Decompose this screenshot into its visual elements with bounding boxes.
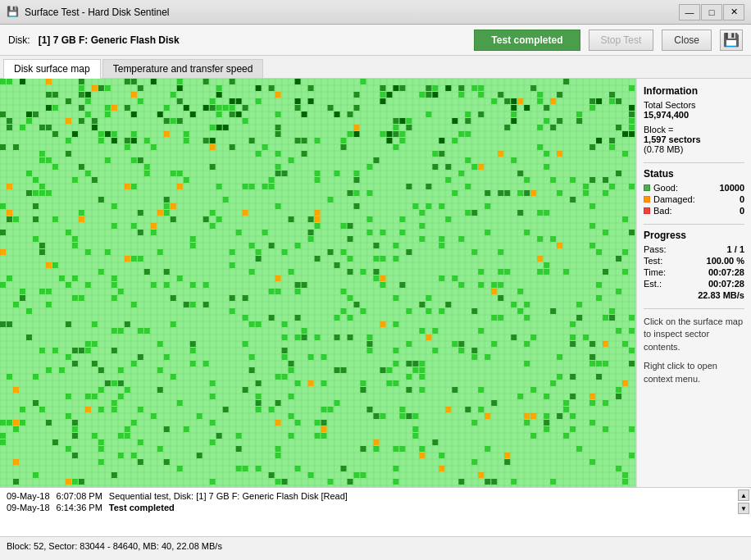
total-sectors-value: 15,974,400 xyxy=(644,110,744,120)
title-bar: 💾 Surface Test - Hard Disk Sentinel — □ … xyxy=(0,0,751,25)
bad-status-item: Bad: 0 xyxy=(644,206,744,216)
bad-label: Bad: xyxy=(653,206,740,216)
test-label: Test: xyxy=(644,256,662,266)
status-text: Block: 52, Sector: 83044 - 84640, MB: 40… xyxy=(7,541,222,551)
test-completed-button[interactable]: Test completed xyxy=(474,30,580,51)
log-area: 09-May-18 6:07:08 PM Sequential test, Di… xyxy=(0,487,751,536)
log-row-1: 09-May-18 6:07:08 PM Sequential test, Di… xyxy=(7,491,744,501)
est-value: 00:07:28 xyxy=(708,279,744,289)
window-title: Surface Test - Hard Disk Sentinel xyxy=(25,7,679,18)
log-time-1: 6:07:08 PM xyxy=(57,491,102,501)
bad-dot xyxy=(644,207,650,214)
log-message-2: Test completed xyxy=(109,503,175,512)
info-panel: Information Total Sectors 15,974,400 Blo… xyxy=(636,79,751,487)
progress-block: Progress Pass: 1 / 1 Test: 100.00 % Time… xyxy=(644,230,744,300)
stop-test-button[interactable]: Stop Test xyxy=(589,30,654,51)
tab-disk-surface-map[interactable]: Disk surface map xyxy=(3,59,101,79)
test-row: Test: 100.00 % xyxy=(644,256,744,266)
title-bar-buttons: — □ ✕ xyxy=(679,4,744,20)
good-dot xyxy=(644,184,650,191)
save-button[interactable]: 💾 xyxy=(720,30,743,51)
app-icon: 💾 xyxy=(7,6,20,19)
time-value: 00:07:28 xyxy=(708,267,744,277)
hint-context-menu: Right click to open context menu. xyxy=(644,360,744,385)
block-mb-value: (0.78 MB) xyxy=(644,144,744,154)
information-title: Information xyxy=(644,85,744,97)
log-date-2: 09-May-18 xyxy=(7,503,50,512)
progress-title: Progress xyxy=(644,230,744,241)
est-row: Est.: 00:07:28 xyxy=(644,279,744,289)
block-sectors-value: 1,597 sectors xyxy=(644,134,744,144)
window-close-button[interactable]: ✕ xyxy=(723,4,744,20)
pass-label: Pass: xyxy=(644,244,667,254)
surface-map[interactable] xyxy=(0,79,636,487)
disk-name: [1] 7 GB F: Generic Flash Disk xyxy=(39,34,180,46)
log-row-2: 09-May-18 6:14:36 PM Test completed xyxy=(7,503,744,512)
status-bar: Block: 52, Sector: 83044 - 84640, MB: 40… xyxy=(0,536,751,554)
good-count: 10000 xyxy=(719,183,744,193)
good-status-item: Good: 10000 xyxy=(644,183,744,193)
time-label: Time: xyxy=(644,267,666,277)
save-icon: 💾 xyxy=(723,32,740,48)
bad-count: 0 xyxy=(740,206,744,216)
tab-temperature-transfer[interactable]: Temperature and transfer speed xyxy=(102,59,264,78)
hint-inspect: Click on the surface map to inspect sect… xyxy=(644,316,744,353)
tab-bar: Disk surface map Temperature and transfe… xyxy=(0,56,751,79)
log-message-1: Sequential test, Disk: [1] 7 GB F: Gener… xyxy=(109,491,348,501)
main-area: Information Total Sectors 15,974,400 Blo… xyxy=(0,79,751,487)
log-time-2: 6:14:36 PM xyxy=(57,503,102,512)
log-scroll-up[interactable]: ▲ xyxy=(738,489,749,501)
damaged-count: 0 xyxy=(740,194,744,204)
information-block: Information Total Sectors 15,974,400 Blo… xyxy=(644,85,744,154)
maximize-button[interactable]: □ xyxy=(701,4,722,20)
log-scroll-down[interactable]: ▼ xyxy=(738,503,749,514)
pass-row: Pass: 1 / 1 xyxy=(644,244,744,254)
damaged-dot xyxy=(644,196,650,203)
minimize-button[interactable]: — xyxy=(679,4,700,20)
damaged-label: Damaged: xyxy=(653,194,740,204)
log-date-1: 09-May-18 xyxy=(7,491,50,501)
test-value: 100.00 % xyxy=(707,256,744,266)
toolbar: Disk: [1] 7 GB F: Generic Flash Disk Tes… xyxy=(0,25,751,56)
log-scrollbar[interactable]: ▲ ▼ xyxy=(738,489,749,536)
speed-value: 22.83 MB/s xyxy=(644,290,744,300)
est-label: Est.: xyxy=(644,279,662,289)
good-label: Good: xyxy=(653,183,719,193)
time-row: Time: 00:07:28 xyxy=(644,267,744,277)
status-block: Status Good: 10000 Damaged: 0 Bad: 0 xyxy=(644,168,744,216)
damaged-status-item: Damaged: 0 xyxy=(644,194,744,204)
surface-map-canvas[interactable] xyxy=(0,79,635,487)
block-label: Block = xyxy=(644,125,744,134)
pass-value: 1 / 1 xyxy=(727,244,744,254)
close-button[interactable]: Close xyxy=(662,30,712,51)
total-sectors-label: Total Sectors xyxy=(644,100,744,110)
disk-label: Disk: xyxy=(8,34,30,46)
status-title: Status xyxy=(644,168,744,180)
